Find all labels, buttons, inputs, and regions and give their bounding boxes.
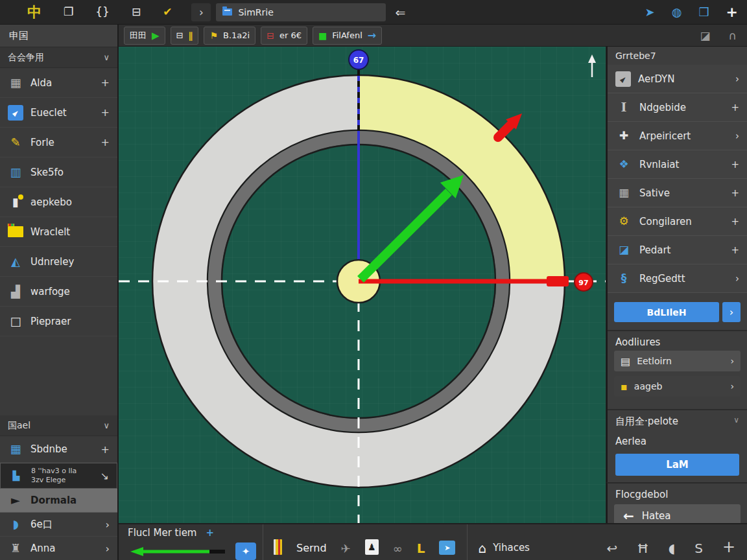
add-icon[interactable]: + [731,159,739,170]
add-icon[interactable]: + [101,76,110,89]
item-label: Forle [30,137,54,148]
sidebar-item-dormala[interactable]: ► Dormala [0,489,117,513]
panel-item-congilaren[interactable]: ⚙ Congilaren + [608,207,747,236]
sidebar-item-wraclelt[interactable]: Wraclelt [0,217,117,247]
add-icon[interactable]: + [101,136,110,148]
primary-action-arrow[interactable]: › [722,302,741,322]
primary-action-button[interactable]: BdLIleH [614,302,719,322]
chevron-right-icon[interactable]: › [735,273,739,285]
braces-icon[interactable]: {} [95,6,110,18]
minus-box-icon[interactable]: ⊟ [132,6,141,18]
add-icon[interactable]: + [731,102,739,113]
boot-icon[interactable]: L [417,542,425,555]
sidebar-item-selected[interactable]: ▙ 8 ''hav3 o lla 3zv Elege ↘ [0,463,117,489]
image-icon[interactable]: ◪ [700,29,710,42]
chevron-right-icon[interactable]: › [735,130,739,142]
add-tab-button[interactable]: + [726,4,738,20]
bars-icon[interactable] [274,539,282,555]
panel-item-sative[interactable]: ▦ Sative + [608,179,747,207]
chevron-right-icon[interactable]: › [730,381,734,391]
check-icon[interactable]: ✔ [163,6,172,18]
stop-group[interactable]: ⊟ er 6€ [261,27,307,45]
add-icon[interactable]: + [101,443,110,456]
back-arrow-icon[interactable]: ⇐ [395,5,405,19]
sidebar-item-aepkebo[interactable]: ▮ aepkebo [0,187,117,217]
pause-icon[interactable]: ∥ [188,30,193,41]
send-arrow-icon[interactable]: ➤ [439,541,455,555]
section-components[interactable]: 合会争用 ∨ [0,47,117,68]
play-icon[interactable]: ▶ [152,30,160,41]
pelote-section-header[interactable]: 自用全·pelote ∨ [608,410,747,430]
red-axis-cap[interactable] [547,276,569,286]
aerlea-label: Aerlea [608,430,747,450]
chevron-right-icon[interactable]: › [730,356,734,366]
pages-icon[interactable]: ❐ [64,6,73,18]
sidebar-item-alda[interactable]: ▦ Alda + [0,68,117,98]
share-arrow-icon[interactable]: ➤ [645,5,655,19]
panel-item-reggedtt[interactable]: § RegGedtt › [608,264,747,293]
sidebar-item-piepraer[interactable]: □ Piepraer [0,307,117,336]
shield-button[interactable]: ✦ [235,542,256,560]
addon-item-aageb[interactable]: ▪ aageb › [614,376,741,397]
drawing-canvas[interactable]: 67 97 [119,47,606,523]
item-label: Arpeiricert [639,130,691,142]
section-tools[interactable]: 国ael ∨ [0,415,117,436]
arrow-right-icon: ► [8,495,23,506]
document-tab[interactable]: SimRrie [216,3,386,21]
panel-item-ndgebide[interactable]: I Ndgebide + [608,93,747,122]
bottom-bar: Flucl Mer tiem + ✦ Sernd ✈ ♟ ∞ L ➤ ⌂ Yih… [119,523,747,560]
left-sidebar: 申国 合会争用 ∨ ▦ Alda + ► Eueclet + ✎ Forle +… [0,25,119,560]
sidebar-item-anna[interactable]: ♜ Anna › [0,537,117,560]
lam-button[interactable]: LaM [615,454,739,476]
chevron-down-icon[interactable]: ∨ [733,415,739,428]
flag-group[interactable]: ⚑ B.1a2i [204,27,255,45]
add-icon[interactable]: + [731,187,739,199]
chevron-right-icon[interactable]: › [735,73,739,85]
add-icon[interactable]: + [722,539,735,555]
chevron-right-icon[interactable]: › [106,542,110,555]
diagonal-arrow-icon[interactable]: ↘ [101,470,109,482]
run-group[interactable]: 田田 ▶ [124,27,165,45]
sidebar-item-warfoge[interactable]: ▟ warfoge [0,277,117,307]
plane-icon[interactable]: ✈ [341,543,351,555]
forward-arrow-icon[interactable]: → [368,29,376,41]
chevron-down-icon[interactable]: ∨ [103,52,110,62]
add-icon[interactable]: + [731,216,739,228]
chevron-right-icon[interactable]: › [106,519,110,531]
book-icon: ▤ [621,355,630,368]
add-icon[interactable]: + [206,527,214,539]
item-label: aageb [634,381,663,391]
undo-icon[interactable]: ↩ [607,542,618,555]
box-icon[interactable]: ⊟ [176,30,184,40]
chevron-down-icon[interactable]: ∨ [103,421,110,430]
item-label: aepkebo [30,196,72,208]
sidebar-item-eueclet[interactable]: ► Eueclet + [0,98,117,128]
panel-item-rvnlaiat[interactable]: ❖ Rvnlaiat + [608,150,747,179]
sidebar-item-6e[interactable]: ◗ 6e口 › [0,513,117,537]
add-icon[interactable]: + [731,244,739,256]
run-label: 田田 [130,30,147,41]
sidebar-item-forle[interactable]: ✎ Forle + [0,128,117,158]
bench-icon[interactable]: Ħ [637,542,648,555]
green-left-arrow[interactable] [128,546,225,557]
palette-icon[interactable]: ◍ [672,5,682,19]
tab-scroll-chevron[interactable]: › [191,3,211,21]
addon-item-eetloirn[interactable]: ▤ Eetloirn › [614,351,741,371]
sidebar-item-sbdnbe[interactable]: ▦ Sbdnbe + [0,436,117,463]
link-icon[interactable]: ∞ [393,543,403,555]
window-icon[interactable]: ❒ [698,5,709,19]
sidebar-item-ske5fo[interactable]: ▥ Ske5fo [0,158,117,187]
status-group[interactable]: ■ FilAfenl → [313,27,382,45]
panel-item-pedart[interactable]: ◪ Pedart + [608,236,747,264]
sidebar-item-udnreley[interactable]: ◭ Udnreley [0,247,117,277]
pause-group[interactable]: ⊟ ∥ [171,27,199,45]
panel-item-arpeiricert[interactable]: ✚ Arpeiricert › [608,122,747,150]
places-group[interactable]: ⌂ Yihaces [468,524,540,560]
panel-item-aerdyn[interactable]: ► AerDYN › [608,65,747,93]
add-icon[interactable]: + [101,106,110,119]
section-title: 自用全·pelote [615,415,678,428]
headset-icon[interactable]: ∩ [729,29,737,42]
person-icon[interactable]: ♟ [365,539,379,555]
moon-icon[interactable]: ◖ [669,542,676,555]
s-shape-icon[interactable]: S [694,542,703,555]
